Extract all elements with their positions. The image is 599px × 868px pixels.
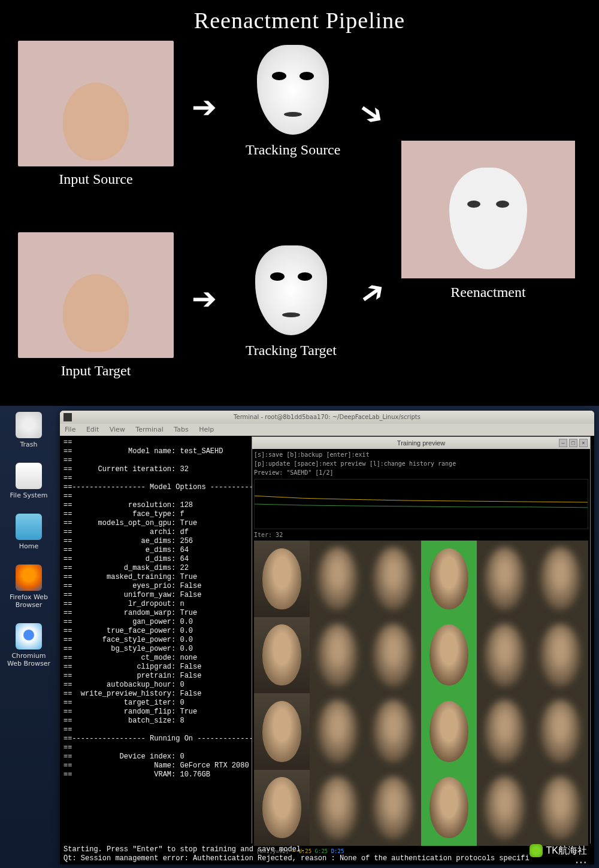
face-cell	[254, 770, 310, 846]
face-cell	[254, 617, 310, 694]
arrow-source-to-result-icon: ➔	[352, 92, 392, 135]
face-cell	[477, 693, 533, 770]
terminal-footer-line-2: Qt: Session management error: Authentica…	[63, 854, 591, 863]
face-cell	[310, 693, 365, 770]
face-cell	[365, 770, 421, 846]
icon-label: Trash	[5, 441, 53, 448]
reenactment-label: Reenactment	[401, 284, 575, 301]
face-cell	[254, 693, 310, 770]
linux-desktop: Trash File System Home Firefox Web Brows…	[0, 406, 599, 868]
preview-title-text: Training preview	[397, 439, 445, 447]
terminal-app-icon	[63, 413, 72, 421]
face-cell	[310, 541, 365, 617]
face-cell	[421, 693, 477, 770]
face-cell	[533, 541, 588, 617]
menu-help[interactable]: Help	[199, 426, 214, 433]
pipeline-diagram: Reenactment Pipeline Input Source Input …	[0, 0, 599, 406]
face-cell	[533, 693, 588, 770]
reenactment-photo	[401, 141, 575, 278]
preview-hint-1: [s]:save [b]:backup [enter]:exit	[254, 451, 588, 459]
input-target-photo	[18, 232, 174, 358]
menu-tabs[interactable]: Tabs	[174, 426, 188, 433]
pipeline-title: Reenactment Pipeline	[0, 0, 599, 34]
reenactment-node: Reenactment	[401, 141, 575, 301]
face-cell	[533, 770, 588, 846]
face-cell	[533, 617, 588, 694]
preview-iter: Iter: 32	[254, 530, 588, 539]
face-cell	[310, 617, 365, 694]
training-preview-window[interactable]: Training preview – □ × [s]:save [b]:back…	[252, 436, 591, 843]
arrow-target-to-mask-icon: ➔	[192, 281, 217, 316]
terminal-window[interactable]: Terminal - root@8b1dd5baa170: ~/DeepFace…	[60, 411, 594, 864]
terminal-titlebar[interactable]: Terminal - root@8b1dd5baa170: ~/DeepFace…	[60, 411, 594, 424]
loss-graph	[254, 479, 588, 529]
terminal-body[interactable]: ==== Model name: test_SAEHD==== Current …	[60, 436, 594, 864]
wechat-icon	[530, 844, 543, 857]
face-cell	[365, 541, 421, 617]
tracking-source-node: Tracking Source	[246, 45, 340, 158]
face-cell	[365, 617, 421, 694]
preview-maximize-button[interactable]: □	[569, 439, 577, 447]
icon-label: Home	[5, 542, 53, 550]
desktop-chromium-icon[interactable]: Chromium Web Browser	[5, 623, 53, 667]
input-source-label: Input Source	[18, 171, 174, 187]
input-source-node: Input Source	[18, 41, 174, 187]
face-cell	[477, 770, 533, 846]
tracking-target-label: Tracking Target	[246, 342, 337, 359]
input-source-photo	[18, 41, 174, 166]
icon-label: Firefox Web Browser	[5, 593, 53, 609]
face-cell	[421, 617, 477, 694]
face-cell	[421, 541, 477, 617]
desktop-firefox-icon[interactable]: Firefox Web Browser	[5, 564, 53, 609]
preview-name: Preview: "SAEHD" [1/2]	[254, 469, 588, 477]
desktop-filesystem-icon[interactable]: File System	[5, 463, 53, 499]
menu-file[interactable]: File	[65, 426, 75, 433]
face-cell	[365, 693, 421, 770]
face-cell	[477, 617, 533, 694]
preview-body: [s]:save [b]:backup [enter]:exit [p]:upd…	[252, 449, 590, 844]
tracking-source-label: Tracking Source	[246, 142, 340, 158]
preview-hint-2: [p]:update [space]:next preview [l]:chan…	[254, 460, 588, 468]
desktop-home-icon[interactable]: Home	[5, 514, 53, 550]
desktop-trash-icon[interactable]: Trash	[5, 412, 53, 448]
face-cell	[477, 541, 533, 617]
arrow-source-to-mask-icon: ➔	[192, 90, 217, 125]
preview-titlebar[interactable]: Training preview – □ ×	[252, 437, 590, 449]
tracking-target-node: Tracking Target	[246, 245, 337, 359]
face-cell	[421, 770, 477, 846]
menu-terminal[interactable]: Terminal	[135, 426, 164, 433]
face-cell	[254, 541, 310, 617]
arrow-target-to-result-icon: ➔	[352, 271, 392, 314]
menu-edit[interactable]: Edit	[86, 426, 99, 433]
terminal-footer-line-1: Starting. Press "Enter" to stop training…	[63, 845, 591, 854]
icon-label: Chromium Web Browser	[5, 652, 53, 667]
terminal-footer: Starting. Press "Enter" to stop training…	[63, 845, 591, 863]
face-cell	[310, 770, 365, 846]
terminal-title-text: Terminal - root@8b1dd5baa170: ~/DeepFace…	[234, 414, 420, 420]
tracking-source-mask	[257, 45, 329, 135]
input-target-label: Input Target	[18, 363, 174, 379]
menu-view[interactable]: View	[110, 426, 125, 433]
icon-label: File System	[5, 491, 53, 499]
ellipsis-icon: ⋯	[575, 855, 588, 868]
preview-minimize-button[interactable]: –	[559, 439, 567, 447]
face-preview-grid	[254, 541, 588, 846]
tracking-target-mask	[255, 245, 327, 335]
input-target-node: Input Target	[18, 232, 174, 379]
terminal-menubar[interactable]: File Edit View Terminal Tabs Help	[60, 424, 594, 436]
desktop-icon-panel: Trash File System Home Firefox Web Brows…	[5, 412, 53, 682]
preview-close-button[interactable]: ×	[579, 439, 588, 447]
